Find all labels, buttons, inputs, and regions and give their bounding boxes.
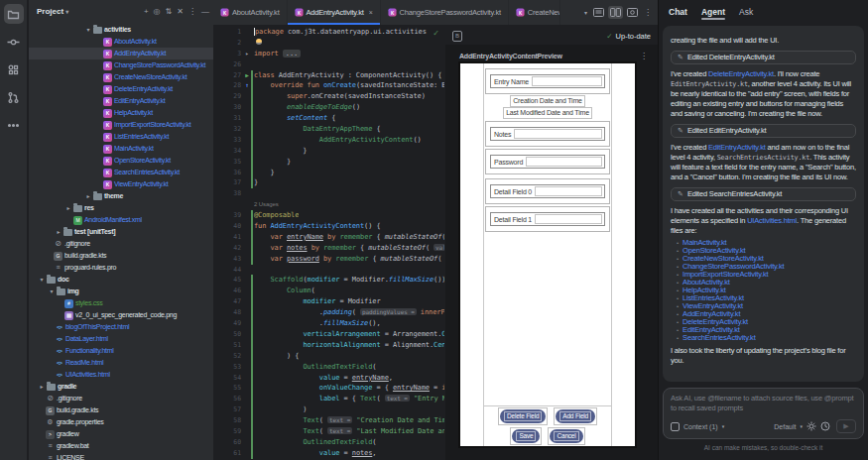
tree-item[interactable]: build.gradle.kts xyxy=(29,250,213,262)
model-dropdown[interactable]: Default xyxy=(774,423,796,430)
commit-icon[interactable] xyxy=(4,32,24,52)
tree-item[interactable]: blogOfThisProject.html xyxy=(29,321,213,333)
tree-item[interactable]: HelpActivity.kt xyxy=(29,107,213,119)
tree-item[interactable]: .gitignore xyxy=(29,393,213,404)
tree-item[interactable]: ▸test [unitTest] xyxy=(29,226,213,238)
tree-item[interactable]: OpenStoreActivity.kt xyxy=(29,155,213,167)
tree-item[interactable]: MainActivity.kt xyxy=(29,143,213,155)
tree-item[interactable]: UIActivities.html xyxy=(29,369,213,381)
project-tree[interactable]: ▾activitiesAboutActivity.ktAddEntryActiv… xyxy=(29,24,213,460)
tree-item[interactable]: ▾activities xyxy=(29,24,213,36)
preview-button[interactable]: Add Field xyxy=(556,409,595,423)
tree-expander-icon[interactable]: ▾ xyxy=(47,286,57,297)
usages-hint[interactable]: 2 Usages xyxy=(251,199,279,210)
editor-options-icon[interactable]: ⋮ xyxy=(644,8,652,17)
history-clock-icon[interactable] xyxy=(820,421,830,431)
tree-item[interactable]: CreateNewStoreActivity.kt xyxy=(29,71,213,83)
chat-tab-agent[interactable]: Agent xyxy=(701,2,725,22)
tree-item[interactable]: ListEntriesActivity.kt xyxy=(29,131,213,143)
tree-item[interactable]: ▸res xyxy=(29,202,213,214)
tree-expander-icon[interactable]: ▸ xyxy=(54,226,63,238)
tree-item[interactable]: ▸theme xyxy=(29,190,213,202)
build-refresh-icon[interactable]: B xyxy=(452,31,462,42)
tree-item[interactable]: AndroidManifest.xml xyxy=(29,214,213,226)
design-view-icon[interactable] xyxy=(625,6,640,19)
chat-tab-chat[interactable]: Chat xyxy=(669,2,687,22)
settings-gear-icon[interactable] xyxy=(806,421,816,431)
project-panel-title[interactable]: Project▾ xyxy=(37,7,68,16)
file-link[interactable]: EditEntryActivity.kt xyxy=(708,143,766,152)
tree-item[interactable]: ▾doc xyxy=(29,274,213,286)
fold-expander-icon[interactable]: ▸ xyxy=(243,49,251,59)
preview-button[interactable]: Cancel xyxy=(550,429,582,443)
intention-bulb-icon[interactable] xyxy=(256,39,262,45)
editor-tab[interactable]: CreateNewStoreActivity.kt xyxy=(509,0,560,25)
tree-item[interactable]: DeleteEntryActivity.kt xyxy=(29,83,213,95)
tree-item[interactable]: gradlew xyxy=(29,428,213,440)
file-link[interactable]: DeleteEntryActivity.kt xyxy=(708,69,774,78)
tree-expander-icon[interactable]: ▸ xyxy=(63,202,73,214)
tree-expander-icon[interactable]: ▸ xyxy=(37,381,47,393)
tree-item[interactable]: AddEntryActivity.kt xyxy=(29,48,213,59)
project-folder-icon[interactable] xyxy=(4,4,24,24)
code-view-icon[interactable] xyxy=(591,6,606,19)
split-view-icon[interactable] xyxy=(608,6,623,19)
close-tab-icon[interactable]: × xyxy=(369,9,373,16)
tree-item[interactable]: ▾img xyxy=(29,286,213,297)
preview-text-field[interactable]: Notes xyxy=(490,127,605,141)
more-icon[interactable] xyxy=(4,115,24,135)
attached-file-icon[interactable] xyxy=(671,422,680,431)
expand-all-icon[interactable]: ⇅ xyxy=(166,8,173,16)
override-icon[interactable]: ↑ xyxy=(243,80,251,91)
file-link[interactable]: SearchEntriesActivity.kt xyxy=(682,334,755,342)
preview-options-icon[interactable]: ⋮ xyxy=(640,52,648,60)
tree-item[interactable]: Functionality.html xyxy=(29,345,213,357)
tree-item[interactable]: AboutActivity.kt xyxy=(29,36,213,48)
tree-item[interactable]: ReadMe.html xyxy=(29,357,213,369)
tree-item[interactable]: styles.css xyxy=(29,297,213,309)
structure-icon[interactable] xyxy=(4,59,24,79)
hide-icon[interactable]: — xyxy=(201,8,209,16)
tree-item[interactable]: proguard-rules.pro xyxy=(29,262,213,274)
file-link[interactable]: UIActivities.html xyxy=(747,216,797,225)
tab-overflow-chevron-icon[interactable]: ▾ xyxy=(584,9,587,16)
add-icon[interactable]: + xyxy=(144,8,149,16)
chat-thread[interactable]: creating the file and will add the UI.✎E… xyxy=(663,26,864,382)
tree-item[interactable]: gradlew.bat xyxy=(29,440,213,452)
tree-item[interactable]: v2_0_ui_spec_generated_code.png xyxy=(29,309,213,321)
send-button[interactable]: ▶ xyxy=(836,419,856,433)
chat-tab-ask[interactable]: Ask xyxy=(739,2,753,22)
preview-text-field[interactable]: Entry Name xyxy=(490,74,605,88)
tree-item[interactable]: LICENSE xyxy=(29,452,213,460)
run-icon[interactable]: ▶ xyxy=(243,70,251,81)
editor-tab[interactable]: AddEntryActivity.kt× xyxy=(288,0,381,25)
tree-item[interactable]: SearchEntriesActivity.kt xyxy=(29,167,213,178)
tree-item[interactable]: gradle.properties xyxy=(29,416,213,428)
tree-expander-icon[interactable]: ▾ xyxy=(83,24,93,36)
preview-button[interactable]: Delete Field xyxy=(500,409,546,423)
tree-item[interactable]: ViewEntryActivity.kt xyxy=(29,178,213,190)
preview-text-field[interactable]: Detail Field 0 xyxy=(490,184,605,198)
tree-item[interactable]: ImportExportStoreActivity.kt xyxy=(29,119,213,131)
collapse-all-icon[interactable]: ✕ xyxy=(177,8,184,16)
editor-tab[interactable]: AboutActivity.kt xyxy=(213,0,288,25)
tree-expander-icon[interactable]: ▾ xyxy=(37,274,47,286)
editor-tab[interactable]: ChangeStorePasswordActivity.kt xyxy=(381,0,509,25)
tree-expander-icon[interactable]: ▸ xyxy=(83,190,93,202)
tree-item[interactable]: ChangeStorePasswordActivity.kt xyxy=(29,59,213,71)
chat-input-box[interactable]: Ask AI, use @filename to attach source f… xyxy=(663,388,864,439)
tree-item[interactable]: build.gradle.kts xyxy=(29,404,213,416)
tree-item[interactable]: ▸gradle xyxy=(29,381,213,393)
preview-text-field[interactable]: Password xyxy=(490,155,605,169)
locate-icon[interactable]: ◎ xyxy=(154,8,161,16)
edited-file-card[interactable]: ✎Edited SearchEntriesActivity.kt xyxy=(671,187,856,201)
preview-button[interactable]: Save xyxy=(512,429,540,443)
code-editor[interactable]: ✓ 1package com.j3t.dataentryapp.ui.activ… xyxy=(213,27,444,460)
tree-item[interactable]: EditEntryActivity.kt xyxy=(29,95,213,107)
tree-item[interactable]: DataLayer.html xyxy=(29,333,213,345)
pull-requests-icon[interactable] xyxy=(4,87,24,107)
edited-file-card[interactable]: ✎Edited DeleteEntryActivity.kt xyxy=(671,51,856,64)
context-dropdown[interactable]: Context (1) xyxy=(683,423,718,430)
edited-file-card[interactable]: ✎Edited EditEntryActivity.kt xyxy=(671,124,856,138)
tree-item[interactable]: .gitignore xyxy=(29,238,213,250)
